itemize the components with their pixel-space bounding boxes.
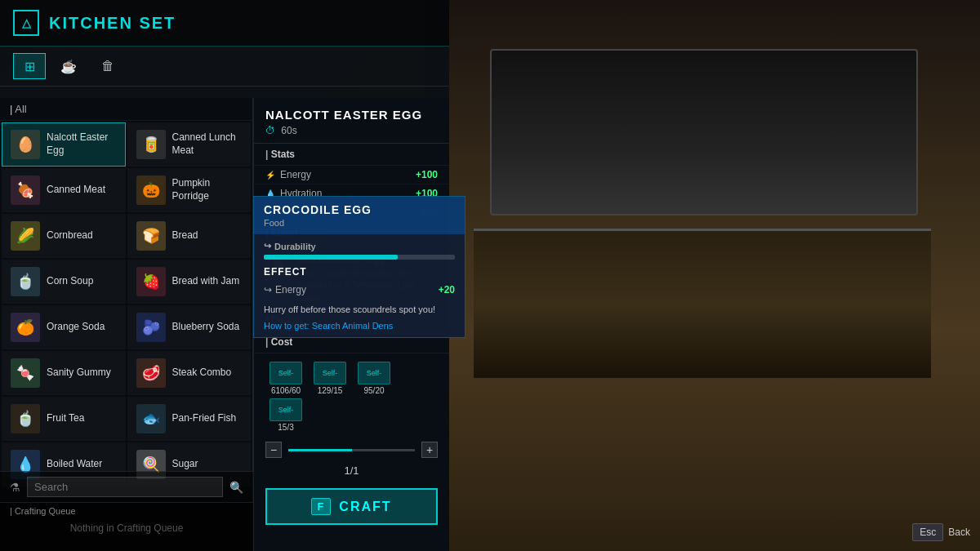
- tooltip-durability-label: ↪ Durability: [264, 241, 455, 251]
- quantity-display: 1/1: [254, 464, 449, 482]
- craft-label: CRAFT: [339, 500, 391, 514]
- page-title: KITCHEN SET: [49, 14, 176, 33]
- cost-item-3: Self- 95/20: [354, 362, 394, 395]
- item-name: Nalcott Easter Egg: [47, 131, 117, 157]
- item-detail-title: NALCOTT EASTER EGG: [265, 108, 438, 122]
- tooltip-effect-label: EFFECT: [264, 266, 455, 278]
- qty-increase-button[interactable]: +: [421, 442, 438, 458]
- header: △ KITCHEN SET: [0, 0, 449, 47]
- item-name: Cornbread: [47, 229, 93, 242]
- cost-section: Self- 6106/60 Self- 129/15 Self- 95/20 S…: [254, 353, 449, 435]
- cost-icon-4: Self-: [270, 398, 302, 421]
- item-icon-pumpkin: 🎃: [136, 176, 166, 205]
- list-item[interactable]: 🍖 Canned Meat: [2, 168, 126, 212]
- item-icon-blueberry-soda: 🫐: [136, 313, 166, 342]
- qty-slider-fill: [288, 449, 352, 451]
- durability-fill: [264, 255, 398, 260]
- time-icon: ⏱: [265, 125, 275, 136]
- item-name: Orange Soda: [47, 321, 105, 334]
- list-item[interactable]: 🥫 Canned Lunch Meat: [127, 122, 252, 167]
- list-item[interactable]: 🍬 Sanity Gummy: [2, 351, 126, 395]
- tooltip-body: ↪ Durability EFFECT ↪ Energy +20 Hurry o…: [254, 234, 465, 337]
- item-icon-steak: 🥩: [136, 358, 166, 388]
- cost-icon-1: Self-: [270, 362, 302, 384]
- tooltip-energy-icon: ↪: [264, 284, 272, 295]
- search-input[interactable]: [27, 477, 223, 497]
- list-item[interactable]: 🍓 Bread with Jam: [127, 260, 252, 304]
- list-item[interactable]: 🥚 Nalcott Easter Egg: [2, 122, 126, 167]
- cost-items-list: Self- 6106/60 Self- 129/15 Self- 95/20 S…: [265, 362, 438, 432]
- search-bar: ⚗ 🔍: [0, 471, 253, 502]
- cost-amount-3: 95/20: [363, 386, 384, 395]
- item-name: Steak Combo: [172, 367, 232, 380]
- qty-decrease-button[interactable]: −: [265, 442, 282, 458]
- item-header: NALCOTT EASTER EGG ⏱ 60s: [254, 98, 449, 144]
- item-name: Bread with Jam: [172, 275, 240, 288]
- cost-item-4: Self- 15/3: [265, 398, 306, 432]
- tooltip-header: CROCODILE EGG Food: [254, 197, 465, 234]
- item-icon-tea: 🍵: [11, 404, 40, 433]
- tooltip-desc: Hurry off before those scoundrels spot y…: [264, 304, 455, 316]
- list-item[interactable]: 🍞 Bread: [127, 214, 252, 258]
- item-icon-gummy: 🍬: [11, 358, 40, 388]
- list-item[interactable]: 🐟 Pan-Fried Fish: [127, 397, 252, 441]
- tooltip-stat-val-energy: +20: [439, 284, 455, 295]
- queue-empty-text: Nothing in Crafting Queue: [10, 519, 243, 537]
- list-item[interactable]: 🫐 Blueberry Soda: [127, 305, 252, 349]
- craft-key: F: [311, 498, 331, 515]
- cost-amount-4: 15/3: [278, 423, 293, 432]
- header-icon: △: [13, 10, 39, 36]
- item-name: Boiled Water: [47, 458, 102, 471]
- durability-arrow-icon: ↪: [264, 241, 271, 251]
- stats-section-header: Stats: [254, 144, 449, 166]
- list-item[interactable]: 🍊 Orange Soda: [2, 305, 126, 349]
- items-grid: 🥚 Nalcott Easter Egg 🥫 Canned Lunch Meat…: [0, 121, 252, 488]
- queue-label: Crafting Queue: [10, 506, 243, 516]
- durability-bar: [264, 255, 455, 260]
- item-name: Corn Soup: [47, 275, 93, 288]
- item-name: Sanity Gummy: [47, 367, 111, 380]
- cost-icon-3: Self-: [358, 362, 390, 384]
- item-time: ⏱ 60s: [265, 125, 438, 136]
- list-item[interactable]: 🌽 Cornbread: [2, 214, 126, 258]
- item-name: Canned Lunch Meat: [172, 131, 243, 157]
- list-item[interactable]: 🎃 Pumpkin Porridge: [127, 168, 252, 212]
- tab-drink[interactable]: ☕: [52, 53, 85, 79]
- item-icon-jam: 🍓: [136, 267, 166, 296]
- list-item[interactable]: 🍵 Fruit Tea: [2, 397, 126, 441]
- esc-back-area: Esc Back: [912, 523, 970, 541]
- tooltip-how-to-get: How to get: Search Animal Dens: [264, 321, 455, 331]
- item-name: Fruit Tea: [47, 412, 84, 425]
- filter-icon: ⚗: [10, 481, 20, 494]
- item-icon-bread: 🍞: [136, 221, 166, 251]
- item-name: Pumpkin Porridge: [172, 177, 243, 202]
- item-icon-soup: 🍵: [11, 267, 40, 296]
- item-icon-meat: 🍖: [11, 176, 40, 205]
- item-name: Sugar: [172, 458, 198, 471]
- kitchen-background: [425, 0, 980, 551]
- list-item[interactable]: 🍵 Corn Soup: [2, 260, 126, 304]
- cost-icon-2: Self-: [314, 362, 346, 384]
- list-item[interactable]: 🥩 Steak Combo: [127, 351, 252, 395]
- item-name: Bread: [172, 229, 198, 242]
- item-icon-corn: 🌽: [11, 221, 40, 251]
- tab-trash[interactable]: 🗑: [91, 53, 124, 79]
- energy-icon: ⚡: [265, 171, 275, 180]
- all-section-label: All: [0, 98, 252, 121]
- item-icon-egg: 🥚: [11, 130, 40, 159]
- esc-key[interactable]: Esc: [912, 523, 943, 541]
- item-icon-lunch: 🥫: [136, 130, 166, 159]
- item-name: Canned Meat: [47, 184, 105, 197]
- stat-value-energy: +100: [416, 169, 438, 180]
- cost-item-1: Self- 6106/60: [265, 362, 306, 395]
- cost-amount-2: 129/15: [318, 386, 343, 395]
- quantity-section: − +: [254, 435, 449, 464]
- stat-name-energy: ⚡ Energy: [265, 169, 311, 180]
- craft-button[interactable]: F CRAFT: [265, 488, 438, 525]
- item-name: Blueberry Soda: [172, 321, 240, 334]
- stat-energy: ⚡ Energy +100: [254, 166, 449, 184]
- qty-slider[interactable]: [288, 449, 415, 451]
- tooltip-stat-energy: ↪ Energy +20: [264, 282, 455, 297]
- tab-grid[interactable]: ⊞: [13, 53, 46, 79]
- tooltip-stat-name-energy: ↪ Energy: [264, 284, 306, 295]
